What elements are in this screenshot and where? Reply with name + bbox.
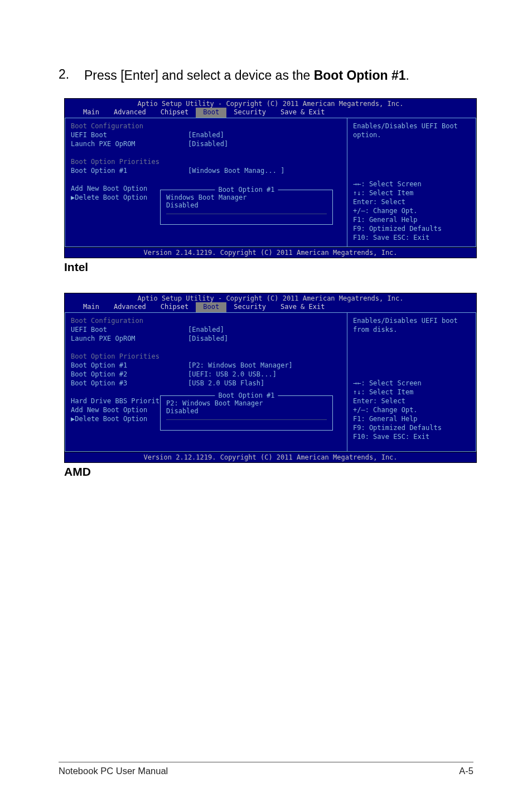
tab-main[interactable]: Main — [76, 108, 107, 118]
opt-boot-option-1[interactable]: Boot Option #1[Windows Boot Manag... ] — [71, 166, 341, 175]
opt-launch-pxe[interactable]: Launch PXE OpROM[Disabled] — [71, 139, 341, 148]
boot-option-popup[interactable]: Boot Option #1 P2: Windows Boot Manager … — [160, 395, 333, 431]
popup-option-disabled[interactable]: Disabled — [166, 201, 327, 209]
hint-screen: →←: Select Screen — [353, 379, 470, 388]
section-boot-prio: Boot Option Priorities — [71, 352, 341, 361]
hint-enter: Enter: Select — [353, 197, 470, 206]
section-boot-prio: Boot Option Priorities — [71, 157, 341, 166]
step-text: Press [Enter] and select a device as the… — [84, 67, 409, 84]
instruction-step: 2. Press [Enter] and select a device as … — [59, 67, 473, 84]
tab-main[interactable]: Main — [76, 302, 107, 312]
hint-f10: F10: Save ESC: Exit — [353, 432, 470, 441]
opt-uefi-boot[interactable]: UEFI Boot[Enabled] — [71, 131, 341, 139]
bios-footer: Version 2.14.1219. Copyright (C) 2011 Am… — [65, 247, 476, 258]
boot-option-popup[interactable]: Boot Option #1 Windows Boot Manager Disa… — [160, 190, 333, 225]
tab-save-exit[interactable]: Save & Exit — [273, 302, 332, 312]
hint-change: +/—: Change Opt. — [353, 405, 470, 414]
step-text-pre: Press [Enter] and select a device as the — [84, 68, 314, 83]
popup-option-disabled[interactable]: Disabled — [166, 407, 327, 415]
hint-f9: F9: Optimized Defaults — [353, 224, 470, 233]
hint-f1: F1: General Help — [353, 414, 470, 423]
hint-f10: F10: Save ESC: Exit — [353, 233, 470, 242]
popup-title: Boot Option #1 — [215, 392, 278, 399]
opt-boot-option-3[interactable]: Boot Option #3[USB 2.0 USB Flash] — [71, 379, 341, 388]
hint-change: +/—: Change Opt. — [353, 206, 470, 215]
tab-boot[interactable]: Boot — [196, 108, 226, 118]
tab-save-exit[interactable]: Save & Exit — [273, 108, 332, 118]
tab-advanced[interactable]: Advanced — [107, 108, 153, 118]
help-text: Enables/Disables UEFI boot from disks. — [353, 316, 470, 334]
manual-title: Notebook PC User Manual — [59, 766, 168, 776]
hint-f9: F9: Optimized Defaults — [353, 423, 470, 432]
hint-item: ↑↓: Select Item — [353, 388, 470, 397]
tab-boot[interactable]: Boot — [196, 302, 226, 312]
tab-advanced[interactable]: Advanced — [107, 302, 153, 312]
step-number: 2. — [59, 67, 84, 82]
tab-chipset[interactable]: Chipset — [153, 302, 196, 312]
popup-option-wbm[interactable]: Windows Boot Manager — [166, 194, 327, 201]
popup-title: Boot Option #1 — [215, 186, 278, 194]
section-boot-config: Boot Configuration — [71, 122, 341, 131]
help-text: Enables/Disables UEFI Boot option. — [353, 122, 470, 139]
opt-uefi-boot[interactable]: UEFI Boot[Enabled] — [71, 325, 341, 334]
page-footer: Notebook PC User Manual A-5 — [59, 762, 473, 776]
bios-header: Aptio Setup Utility - Copyright (C) 2011… — [65, 99, 476, 108]
tab-security[interactable]: Security — [226, 302, 273, 312]
step-text-post: . — [406, 68, 409, 83]
bios-header: Aptio Setup Utility - Copyright (C) 2011… — [65, 293, 476, 302]
bios-footer: Version 2.12.1219. Copyright (C) 2011 Am… — [65, 452, 476, 462]
section-boot-config: Boot Configuration — [71, 316, 341, 325]
bios-screenshot-intel: Aptio Setup Utility - Copyright (C) 2011… — [64, 98, 477, 258]
caption-intel: Intel — [64, 260, 473, 274]
opt-launch-pxe[interactable]: Launch PXE OpROM[Disabled] — [71, 334, 341, 343]
tab-security[interactable]: Security — [226, 108, 273, 118]
bios-screenshot-amd: Aptio Setup Utility - Copyright (C) 2011… — [64, 293, 477, 463]
opt-boot-option-1[interactable]: Boot Option #1[P2: Windows Boot Manager] — [71, 361, 341, 370]
page-number: A-5 — [459, 766, 473, 776]
popup-option-wbm[interactable]: P2: Windows Boot Manager — [166, 399, 327, 407]
opt-boot-option-2[interactable]: Boot Option #2[UEFI: USB 2.0 USB...] — [71, 370, 341, 379]
hint-f1: F1: General Help — [353, 215, 470, 224]
hint-item: ↑↓: Select Item — [353, 189, 470, 197]
step-text-bold: Boot Option #1 — [314, 68, 406, 83]
hint-enter: Enter: Select — [353, 397, 470, 405]
caption-amd: AMD — [64, 465, 473, 479]
bios-tab-row: Main Advanced Chipset Boot Security Save… — [65, 108, 476, 118]
bios-tab-row: Main Advanced Chipset Boot Security Save… — [65, 302, 476, 312]
hint-screen: →←: Select Screen — [353, 180, 470, 189]
tab-chipset[interactable]: Chipset — [153, 108, 196, 118]
